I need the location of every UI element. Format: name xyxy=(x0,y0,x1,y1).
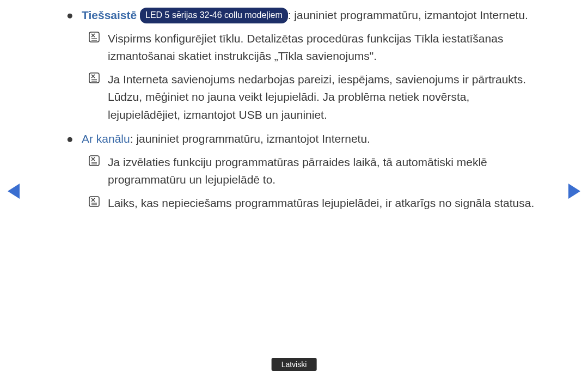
note-icon xyxy=(88,155,100,167)
note-icon xyxy=(88,31,100,43)
note-item: Laiks, kas nepieciešams programmatūras l… xyxy=(108,194,539,212)
note-text: Laiks, kas nepieciešams programmatūras l… xyxy=(108,197,534,209)
note-item: Ja izvēlaties funkciju programmatūras pā… xyxy=(108,154,539,189)
note-item: Ja Interneta savienojums nedarbojas pare… xyxy=(108,71,539,124)
note-text: Ja Interneta savienojums nedarbojas pare… xyxy=(108,73,526,121)
note-text: Vispirms konfigurējiet tīklu. Detalizēta… xyxy=(108,32,503,63)
document-content: ● Tiešsaistē LED 5 sērijas 32-46 collu m… xyxy=(0,0,588,212)
note-item: Vispirms konfigurējiet tīklu. Detalizēta… xyxy=(108,30,539,65)
bullet-icon: ● xyxy=(66,130,74,148)
model-badge: LED 5 sērijas 32-46 collu modeļiem xyxy=(140,8,288,23)
item-label: Tiešsaistē xyxy=(82,9,137,21)
bullet-icon: ● xyxy=(66,7,74,25)
language-badge: Latviski xyxy=(272,358,317,371)
item-text: : jauniniet programmatūru, izmantojot In… xyxy=(288,9,528,21)
note-icon xyxy=(88,196,100,208)
note-icon xyxy=(88,72,100,84)
previous-page-button[interactable] xyxy=(8,184,20,199)
note-text: Ja izvēlaties funkciju programmatūras pā… xyxy=(108,156,487,186)
list-item-channel: ● Ar kanālu: jauniniet programmatūru, iz… xyxy=(82,130,539,212)
item-text: : jauniniet programmatūru, izmantojot In… xyxy=(130,132,370,145)
list-item-online: ● Tiešsaistē LED 5 sērijas 32-46 collu m… xyxy=(82,7,539,124)
item-label: Ar kanālu xyxy=(82,132,130,145)
next-page-button[interactable] xyxy=(568,184,580,199)
